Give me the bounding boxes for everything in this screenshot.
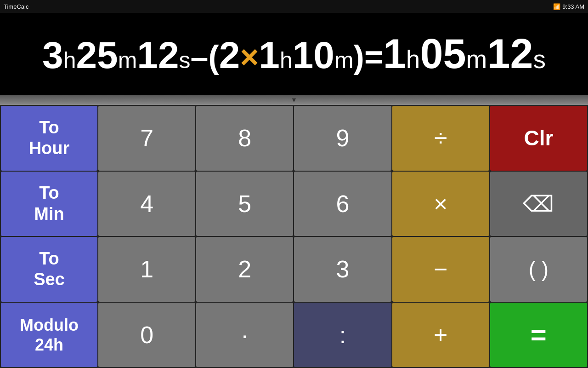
key-5[interactable]: 5 [196, 172, 293, 236]
expr-close-eq: )= [354, 39, 383, 75]
key-multiply[interactable]: × [392, 172, 489, 236]
keypad: To Hour 7 8 9 ÷ Clr To Min 4 5 6 × ⌫ To … [0, 105, 588, 368]
time-display: 9:33 AM [562, 3, 584, 10]
key-subtract[interactable]: − [392, 237, 489, 302]
key-6[interactable]: 6 [294, 172, 391, 236]
expr-2: 2 [219, 34, 240, 77]
to-min-button[interactable]: To Min [1, 172, 97, 236]
signal-icons: 📶 [553, 3, 560, 10]
key-9[interactable]: 9 [294, 106, 391, 171]
key-2[interactable]: 2 [196, 237, 293, 302]
expr-res-12: 12 [487, 30, 533, 78]
key-3[interactable]: 3 [294, 237, 391, 302]
expr-m1: m [118, 47, 137, 74]
expression-display: 3 h 25 m 12 s –( 2 × 1 h 10 m )= 1 h 05 … [42, 30, 546, 78]
expr-minus: –( [191, 39, 219, 75]
key-divide[interactable]: ÷ [392, 106, 489, 171]
app-title: TimeCalc [4, 3, 28, 10]
expr-3: 3 [42, 34, 63, 77]
expr-h1: h [63, 47, 76, 74]
expr-times: × [240, 39, 259, 75]
expr-10: 10 [293, 34, 334, 77]
key-colon[interactable]: : [294, 303, 391, 368]
key-0[interactable]: 0 [98, 303, 195, 368]
key-add[interactable]: + [392, 303, 489, 368]
expr-s1: s [179, 47, 191, 74]
key-8[interactable]: 8 [196, 106, 293, 171]
expr-h2: h [280, 47, 293, 74]
key-dot[interactable]: · [196, 303, 293, 368]
key-4[interactable]: 4 [98, 172, 195, 236]
expr-res-s: s [533, 45, 546, 74]
chevron-bar[interactable] [0, 95, 588, 105]
key-clr[interactable]: Clr [490, 106, 587, 171]
expr-m2: m [334, 47, 354, 74]
key-paren[interactable]: ( ) [490, 237, 587, 302]
display-area: 3 h 25 m 12 s –( 2 × 1 h 10 m )= 1 h 05 … [0, 13, 588, 95]
expr-1: 1 [259, 34, 280, 77]
key-equals[interactable]: = [490, 303, 587, 368]
status-right: 📶 9:33 AM [553, 3, 584, 10]
to-hour-button[interactable]: To Hour [1, 106, 97, 171]
expr-res-m: m [466, 45, 487, 74]
key-modulo[interactable]: Modulo 24h [1, 303, 97, 368]
expr-12: 12 [137, 34, 179, 77]
expr-res-1: 1 [383, 30, 406, 78]
key-1[interactable]: 1 [98, 237, 195, 302]
key-back[interactable]: ⌫ [490, 172, 587, 236]
to-sec-button[interactable]: To Sec [1, 237, 97, 302]
expr-res-05: 05 [420, 30, 466, 78]
expr-res-h: h [406, 45, 420, 74]
key-7[interactable]: 7 [98, 106, 195, 171]
expr-25: 25 [76, 34, 118, 77]
status-bar: TimeCalc 📶 9:33 AM [0, 0, 588, 13]
